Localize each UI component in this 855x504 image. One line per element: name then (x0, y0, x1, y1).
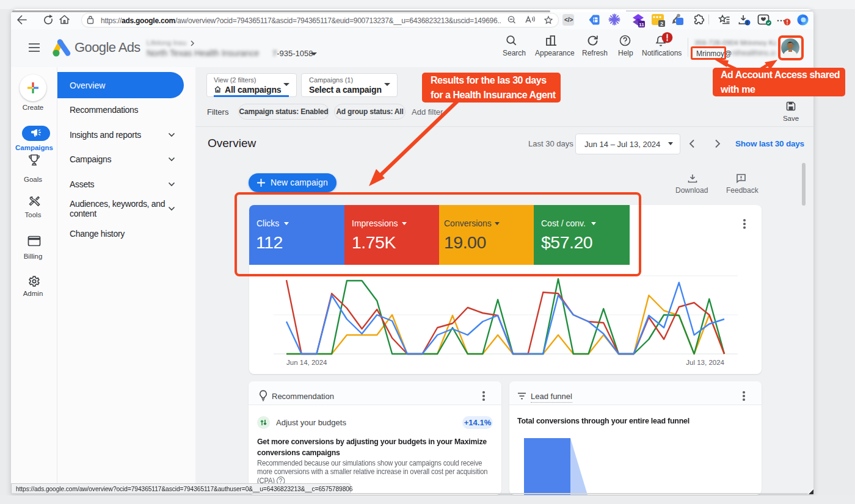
svg-text:2: 2 (660, 21, 663, 27)
svg-text:11: 11 (639, 22, 644, 27)
